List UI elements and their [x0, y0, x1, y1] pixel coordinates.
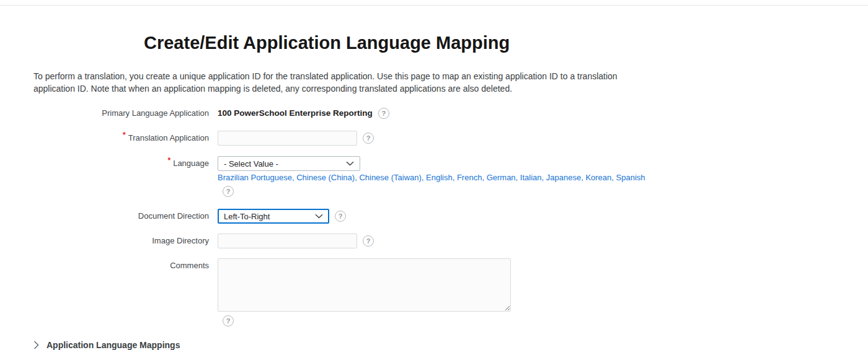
language-select[interactable]: - Select Value -	[218, 156, 360, 171]
language-select-value: - Select Value -	[224, 159, 278, 168]
image-directory-label: Image Directory	[33, 234, 218, 248]
language-quick-link[interactable]: French	[457, 173, 482, 182]
page-content: Create/Edit Application Language Mapping…	[0, 33, 868, 350]
page-description: To perform a translation, you create a u…	[33, 70, 627, 95]
language-label: *Language	[33, 156, 218, 171]
translation-application-label: *Translation Application	[33, 131, 218, 146]
language-mapping-form: Primary Language Application 100 PowerSc…	[33, 106, 868, 326]
translation-application-input[interactable]	[218, 131, 357, 146]
chevron-down-icon	[315, 214, 323, 219]
language-quick-link[interactable]: English	[426, 173, 453, 182]
primary-language-application-label: Primary Language Application	[33, 106, 218, 121]
help-icon[interactable]: ?	[223, 186, 234, 197]
application-language-mappings-title: Application Language Mappings	[46, 340, 180, 350]
help-icon[interactable]: ?	[378, 108, 389, 119]
row-image-directory: Image Directory ?	[33, 234, 868, 248]
help-icon[interactable]: ?	[363, 235, 374, 247]
help-icon[interactable]: ?	[363, 133, 374, 144]
language-quick-links: Brazilian Portuguese, Chinese (China), C…	[218, 173, 645, 183]
document-direction-label: Document Direction	[33, 209, 218, 224]
document-direction-select-value: Left-To-Right	[224, 212, 270, 221]
required-marker: *	[123, 131, 126, 139]
language-quick-link[interactable]: Chinese (China)	[296, 173, 355, 182]
image-directory-input[interactable]	[218, 234, 357, 248]
application-language-mappings-section[interactable]: Application Language Mappings	[33, 340, 868, 350]
row-comments: Comments ?	[33, 258, 868, 326]
language-quick-link[interactable]: Spanish	[616, 173, 645, 182]
language-quick-link[interactable]: Japanese	[546, 173, 581, 182]
chevron-right-icon	[33, 341, 39, 349]
document-direction-select[interactable]: Left-To-Right	[218, 209, 329, 224]
top-divider	[0, 0, 868, 6]
language-quick-link[interactable]: Brazilian Portuguese	[218, 173, 292, 182]
row-language: *Language - Select Value - Brazilian Por…	[33, 156, 868, 197]
row-translation-application: *Translation Application ?	[33, 131, 868, 146]
required-marker: *	[167, 156, 170, 165]
row-document-direction: Document Direction Left-To-Right ?	[33, 209, 868, 224]
language-quick-link[interactable]: Korean	[585, 173, 611, 182]
help-icon[interactable]: ?	[335, 211, 346, 222]
language-quick-link[interactable]: Chinese (Taiwan)	[359, 173, 421, 182]
primary-language-application-value: 100 PowerSchool Enterprise Reporting	[218, 106, 373, 121]
page-title: Create/Edit Application Language Mapping	[144, 33, 868, 53]
comments-label: Comments	[33, 258, 218, 273]
language-quick-link[interactable]: German	[487, 173, 516, 182]
chevron-down-icon	[346, 161, 354, 166]
row-primary-language-application: Primary Language Application 100 PowerSc…	[33, 106, 868, 121]
help-icon[interactable]: ?	[223, 315, 234, 326]
comments-textarea[interactable]	[218, 258, 511, 312]
language-quick-link[interactable]: Italian	[520, 173, 542, 182]
